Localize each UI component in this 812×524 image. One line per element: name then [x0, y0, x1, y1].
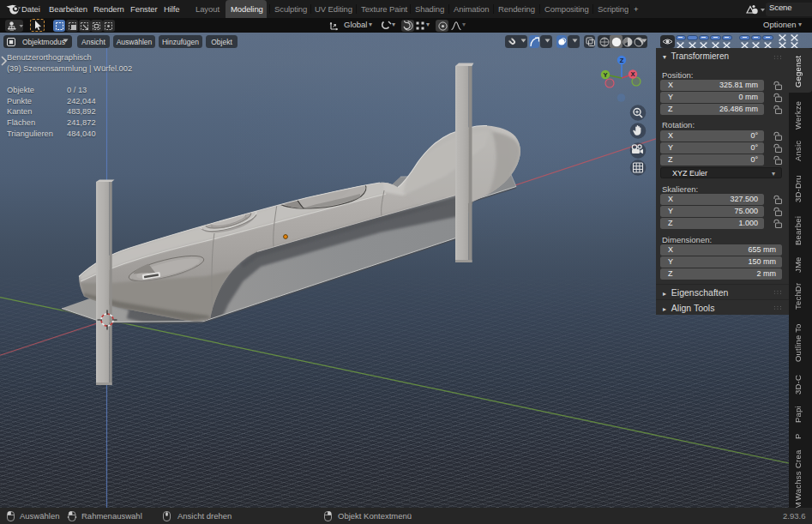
svg-text:X: X	[630, 70, 635, 78]
svg-text:Z: Z	[620, 57, 624, 64]
svg-text:Y: Y	[603, 71, 607, 79]
